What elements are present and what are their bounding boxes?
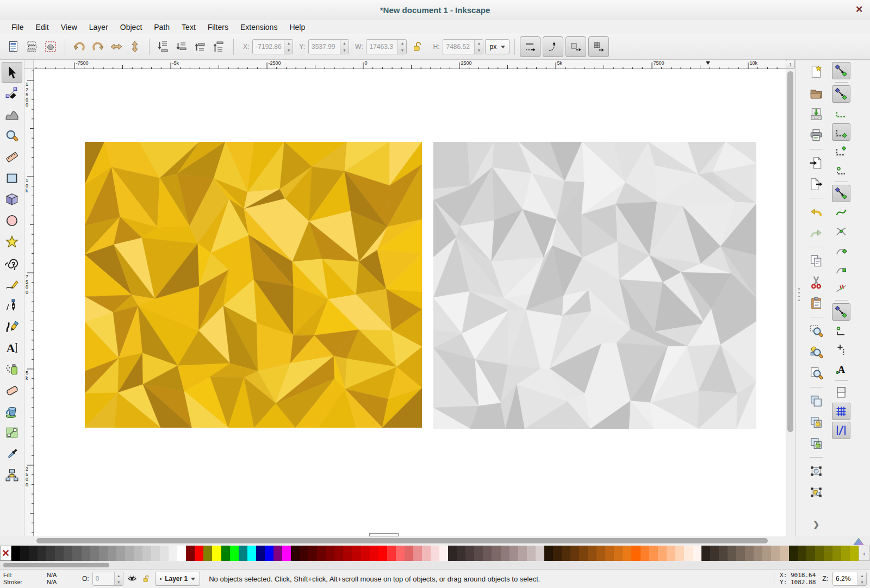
rotate-cw-icon[interactable] [89,37,107,56]
lock-ratio-icon[interactable] [408,37,427,56]
palette-swatch[interactable] [422,546,431,561]
layer-visibility-icon[interactable] [127,573,138,584]
dropper-tool[interactable] [2,443,22,464]
node-editor-tool[interactable] [2,83,22,104]
palette-swatch[interactable] [728,546,736,561]
palette-swatch[interactable] [536,546,544,561]
palette-swatch[interactable] [317,546,326,561]
zoom-page-icon[interactable] [807,365,825,382]
snap-bbox-icon[interactable] [832,85,850,103]
undo-icon[interactable] [807,203,825,221]
select-all-layers-icon[interactable] [23,37,41,56]
menu-file[interactable]: File [5,21,30,33]
palette-swatch[interactable] [186,546,195,561]
zoom-drawing-icon[interactable] [807,343,825,361]
lock-guides-toggle[interactable]: 1 [786,60,795,69]
snap-smooth-nodes-icon[interactable] [832,261,850,278]
export-icon[interactable] [807,176,825,193]
palette-swatch[interactable] [413,546,422,561]
menu-edit[interactable]: Edit [30,21,55,33]
palette-swatch[interactable] [527,546,536,561]
menu-layer[interactable]: Layer [83,21,114,33]
save-icon[interactable] [807,105,825,123]
palette-swatch[interactable] [291,546,300,561]
snap-bbox-corners-icon[interactable] [832,123,850,141]
palette-swatch[interactable] [361,546,370,561]
snap-cusp-nodes-icon[interactable] [832,242,850,259]
zoom-tool[interactable] [2,126,22,146]
menu-object[interactable]: Object [114,21,148,33]
menu-view[interactable]: View [55,21,83,33]
unlink-clone-icon[interactable] [807,435,825,452]
palette-swatch[interactable] [492,546,500,561]
palette-swatch[interactable] [378,546,387,561]
box3d-tool[interactable] [2,189,22,210]
palette-swatch[interactable] [562,546,570,561]
palette-swatch[interactable] [300,546,308,561]
yellow-low-poly-image[interactable] [85,142,422,428]
menu-filters[interactable]: Filters [202,21,234,33]
palette-swatch[interactable] [448,546,457,561]
palette-swatch[interactable] [623,546,631,561]
palette-swatch[interactable] [824,546,832,561]
palette-swatch[interactable] [841,546,850,561]
palette-swatch[interactable] [370,546,378,561]
opacity-spin-arrows[interactable]: ▲▼ [114,572,123,585]
rectangle-tool[interactable] [2,168,22,189]
palette-swatch[interactable] [658,546,667,561]
palette-swatch[interactable] [239,546,247,561]
w-field[interactable]: 17463.3▲▼ [366,39,407,54]
palette-swatch[interactable] [483,546,492,561]
palette-swatch[interactable] [142,546,151,561]
layer-lock-icon[interactable] [141,573,152,584]
y-spin-arrows[interactable]: ▲▼ [340,40,349,54]
vertical-ruler[interactable]: 1250010k75005k2500 [24,69,34,536]
group-icon[interactable] [807,462,825,480]
palette-swatch[interactable] [82,546,90,561]
palette-swatch[interactable] [334,546,343,561]
palette-swatch[interactable] [46,546,55,561]
palette-swatch[interactable] [405,546,413,561]
snap-nodes-icon[interactable] [832,185,850,202]
connector-tool[interactable] [2,465,22,485]
palette-swatch[interactable] [588,546,596,561]
spiral-tool[interactable] [2,253,22,273]
tweak-tool[interactable] [2,104,22,125]
palette-swatch[interactable] [745,546,754,561]
ellipse-tool[interactable] [2,210,22,231]
palette-swatch[interactable] [352,546,361,561]
palette-swatch[interactable] [501,546,509,561]
canvas[interactable] [34,69,786,536]
raise-icon[interactable] [191,37,210,56]
h-spin-arrows[interactable]: ▲▼ [474,40,483,54]
palette-swatch[interactable] [667,546,675,561]
affect-stroke-icon[interactable] [520,36,540,57]
palette-swatch[interactable] [256,546,265,561]
horizontal-ruler[interactable]: -7500-5k-2500025005k750010k [34,60,786,69]
snap-others-icon[interactable] [832,303,850,321]
raise-to-top-icon[interactable] [210,37,228,56]
palette-swatch[interactable] [789,546,798,561]
lower-to-bottom-icon[interactable] [154,37,173,56]
clone-icon[interactable] [807,414,825,431]
pen-tool[interactable] [2,295,22,316]
palette-swatch[interactable] [108,546,116,561]
palette-scrollbar[interactable] [0,561,870,569]
palette-swatch[interactable] [64,546,72,561]
palette-swatch[interactable] [90,546,99,561]
palette-swatch[interactable] [693,546,701,561]
cut-icon[interactable] [807,273,825,291]
palette-swatch[interactable] [134,546,142,561]
gray-low-poly-image[interactable] [433,142,756,429]
palette-swatch[interactable] [72,546,81,561]
palette-swatch[interactable] [815,546,824,561]
print-icon[interactable] [807,127,825,144]
palette-swatch[interactable] [771,546,780,561]
palette-swatch[interactable] [614,546,623,561]
affect-corners-icon[interactable] [543,36,563,57]
redo-icon[interactable] [807,224,825,242]
fill-stroke-indicator[interactable]: Fill:N/A Stroke:N/A [3,572,77,586]
palette-swatch[interactable] [230,546,239,561]
palette-swatch[interactable] [474,546,483,561]
bucket-fill-tool[interactable] [2,401,22,422]
